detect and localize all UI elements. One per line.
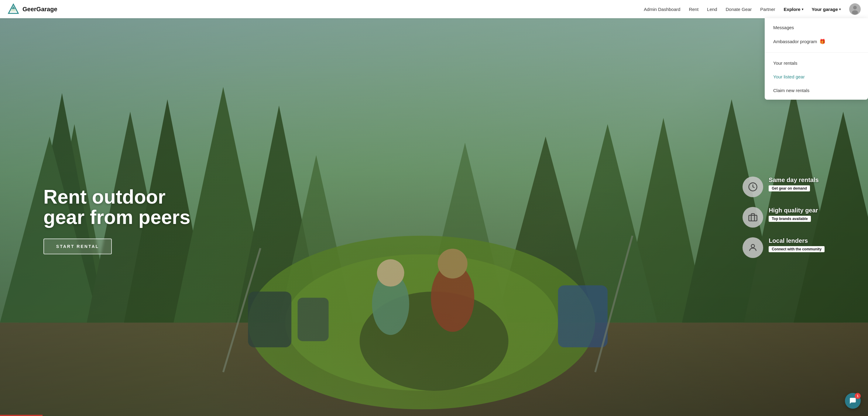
hero-features: Same day rentals Get gear on demand High… [743, 177, 825, 258]
svg-point-29 [438, 249, 468, 279]
clock-icon [748, 182, 758, 192]
brand-name-text: GeerGarage [23, 6, 57, 13]
bottom-progress-bar [0, 415, 42, 416]
person-icon [748, 243, 758, 252]
user-avatar[interactable] [849, 3, 861, 15]
nav-admin-dashboard[interactable]: Admin Dashboard [644, 7, 680, 12]
nav-links: Admin Dashboard Rent Lend Donate Gear Pa… [644, 3, 861, 15]
dropdown-ambassador-program[interactable]: Ambassador program 🎁 [765, 34, 868, 49]
chat-badge-count: 1 [855, 393, 861, 399]
briefcase-icon-circle [743, 207, 763, 228]
svg-point-27 [377, 259, 404, 287]
svg-rect-36 [749, 215, 757, 221]
feature-high-quality-badge: Top brands available [769, 216, 811, 222]
dropdown-section-2: Your rentals Your listed gear Claim new … [765, 54, 868, 100]
brand-logo-icon [7, 3, 20, 15]
feature-local-lenders-badge: Connect with the community [769, 246, 825, 252]
dropdown-divider [765, 52, 868, 53]
briefcase-icon [748, 212, 758, 222]
hero-title: Rent outdoor gear from peers [43, 186, 195, 227]
feature-same-day-title: Same day rentals [769, 177, 819, 183]
nav-rent[interactable]: Rent [689, 7, 699, 12]
your-garage-dropdown: Messages Ambassador program 🎁 Your renta… [765, 18, 868, 100]
svg-rect-31 [298, 298, 329, 341]
dropdown-messages[interactable]: Messages [765, 21, 868, 34]
gift-icon: 🎁 [819, 38, 826, 44]
nav-donate-gear[interactable]: Donate Gear [725, 7, 752, 12]
svg-point-4 [853, 6, 857, 9]
feature-high-quality-title: High quality gear [769, 207, 818, 214]
svg-rect-32 [558, 285, 608, 347]
feature-local-lenders: Local lenders Connect with the community [743, 237, 825, 258]
brand[interactable]: GeerGarage [7, 3, 57, 15]
explore-chevron-down-icon: ▾ [802, 8, 803, 11]
navbar: GeerGarage Admin Dashboard Rent Lend Don… [0, 0, 868, 18]
nav-explore[interactable]: Explore ▾ [784, 7, 803, 12]
clock-icon-circle [743, 177, 763, 197]
hero-content: Rent outdoor gear from peers START RENTA… [43, 186, 195, 254]
nav-your-garage[interactable]: Your garage ▾ [812, 7, 841, 12]
dropdown-section-1: Messages Ambassador program 🎁 [765, 18, 868, 51]
feature-local-lenders-title: Local lenders [769, 237, 825, 244]
feature-same-day: Same day rentals Get gear on demand [743, 177, 825, 197]
nav-lend[interactable]: Lend [707, 7, 717, 12]
chat-bubble-button[interactable]: 1 [845, 393, 861, 409]
feature-same-day-badge: Get gear on demand [769, 185, 810, 191]
feature-high-quality: High quality gear Top brands available [743, 207, 825, 228]
dropdown-claim-new-rentals[interactable]: Claim new rentals [765, 84, 868, 97]
nav-partner[interactable]: Partner [760, 7, 775, 12]
your-garage-chevron-down-icon: ▾ [839, 8, 841, 11]
dropdown-your-listed-gear[interactable]: Your listed gear [765, 70, 868, 84]
start-rental-button[interactable]: START RENTAL [43, 239, 112, 254]
dropdown-your-rentals[interactable]: Your rentals [765, 56, 868, 70]
svg-point-37 [751, 244, 755, 248]
hero-section: Rent outdoor gear from peers START RENTA… [0, 18, 868, 416]
person-icon-circle [743, 237, 763, 258]
svg-point-5 [852, 10, 858, 14]
svg-rect-30 [248, 291, 291, 347]
